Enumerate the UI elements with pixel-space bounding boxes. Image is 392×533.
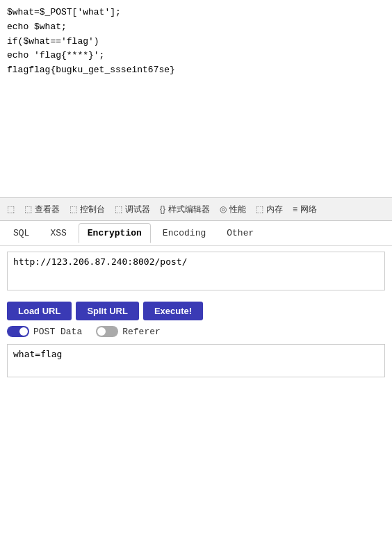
viewer-icon: ⬚ — [24, 204, 32, 214]
code-line: echo 'flag{****}'; — [7, 49, 385, 63]
referer-label: Referer — [122, 327, 161, 337]
debugger-btn[interactable]: ⬚ 调试器 — [111, 202, 154, 218]
tab-encryption[interactable]: Encryption — [79, 223, 151, 243]
url-section — [0, 246, 392, 299]
console-icon: ⬚ — [70, 204, 77, 214]
style-editor-label: 样式编辑器 — [168, 204, 210, 215]
code-line: $what=$_POST['what']; — [7, 6, 385, 20]
tab-xss[interactable]: XSS — [41, 223, 75, 243]
post-data-label: POST Data — [33, 327, 82, 337]
debugger-label: 调试器 — [125, 204, 150, 215]
inspect-icon: ⬚ — [7, 204, 15, 214]
execute-button[interactable]: Execute! — [143, 302, 203, 320]
data-input[interactable] — [7, 344, 385, 377]
button-bar: Load URL Split URL Execute! — [0, 299, 392, 323]
performance-icon: ◎ — [220, 204, 227, 214]
memory-btn[interactable]: ⬚ 内存 — [252, 202, 287, 218]
post-data-toggle-group: POST Data — [7, 326, 82, 337]
console-label: 控制台 — [80, 204, 105, 215]
style-editor-btn[interactable]: {} 样式编辑器 — [156, 202, 214, 218]
network-btn[interactable]: ≡ 网络 — [288, 202, 321, 218]
url-input[interactable] — [7, 252, 385, 290]
debugger-icon: ⬚ — [115, 204, 122, 214]
tab-encoding[interactable]: Encoding — [154, 223, 215, 243]
referer-toggle-group: Referer — [96, 326, 161, 337]
referer-knob — [97, 327, 106, 336]
referer-toggle[interactable] — [96, 326, 118, 337]
style-editor-icon: {} — [160, 204, 165, 214]
split-url-button[interactable]: Split URL — [76, 302, 139, 320]
network-icon: ≡ — [293, 204, 297, 214]
code-display: $what=$_POST['what'];echo $what;if($what… — [0, 0, 392, 197]
tab-bar: SQLXSSEncryptionEncodingOther — [0, 221, 392, 246]
devtools-toolbar: ⬚ ⬚ 查看器 ⬚ 控制台 ⬚ 调试器 {} 样式编辑器 ◎ 性能 ⬚ 内存 ≡… — [0, 197, 392, 221]
post-data-knob — [19, 327, 28, 336]
data-input-section — [0, 341, 392, 533]
performance-label: 性能 — [229, 204, 246, 215]
load-url-button[interactable]: Load URL — [7, 302, 72, 320]
viewer-btn[interactable]: ⬚ 查看器 — [20, 202, 64, 218]
post-data-toggle[interactable] — [7, 326, 29, 337]
tab-sql[interactable]: SQL — [4, 223, 38, 243]
code-line: if($what=='flag') — [7, 35, 385, 49]
console-btn[interactable]: ⬚ 控制台 — [65, 202, 109, 218]
viewer-label: 查看器 — [35, 204, 60, 215]
network-label: 网络 — [300, 204, 317, 215]
toggle-row: POST Data Referer — [0, 323, 392, 341]
code-line: echo $what; — [7, 20, 385, 35]
memory-label: 内存 — [266, 204, 283, 215]
memory-icon: ⬚ — [256, 204, 263, 214]
tab-other[interactable]: Other — [218, 223, 263, 243]
inspect-btn[interactable]: ⬚ — [3, 202, 19, 217]
code-line: flagflag{bugku_get_ssseint67se} — [7, 63, 385, 78]
performance-btn[interactable]: ◎ 性能 — [215, 202, 250, 218]
